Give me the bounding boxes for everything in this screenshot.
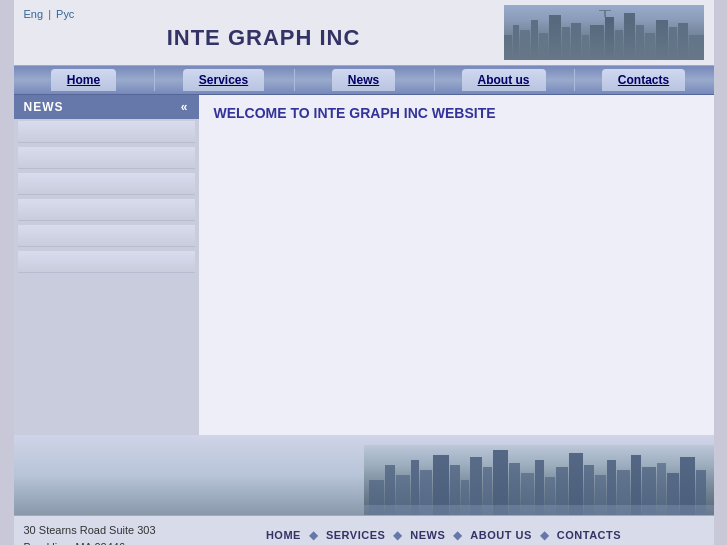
nav-news[interactable]: News — [294, 65, 434, 95]
svg-rect-10 — [590, 25, 604, 60]
content-area: NEWS « WELCOME TO INTE GRAPH INC WEBSITE — [14, 95, 714, 435]
footer-contacts-link[interactable]: CONTACTS — [557, 529, 621, 541]
sidebar-header: NEWS « — [14, 95, 199, 119]
sidebar-arrow: « — [181, 100, 189, 114]
svg-rect-14 — [636, 25, 644, 60]
sidebar-row — [18, 251, 195, 273]
sidebar-row — [18, 147, 195, 169]
address-line2: Brookline, MA 02446 — [24, 539, 184, 546]
svg-rect-7 — [562, 27, 570, 60]
sidebar-row — [18, 121, 195, 143]
footer-news-link[interactable]: NEWS — [410, 529, 445, 541]
svg-rect-8 — [571, 23, 581, 60]
svg-rect-19 — [689, 35, 704, 60]
lang-rus-link[interactable]: Рус — [56, 8, 74, 20]
svg-rect-16 — [656, 20, 668, 60]
sidebar-row — [18, 173, 195, 195]
welcome-title: WELCOME TO INTE GRAPH INC WEBSITE — [214, 105, 699, 121]
page-wrapper: Eng | Рус INTE GRAPH INC — [14, 0, 714, 545]
nav-services-link[interactable]: Services — [199, 73, 248, 87]
nav-services[interactable]: Services — [154, 65, 294, 95]
nav-contacts[interactable]: Contacts — [574, 65, 714, 95]
svg-rect-17 — [669, 27, 677, 60]
footer-city-image — [364, 445, 714, 515]
site-title: INTE GRAPH INC — [24, 15, 504, 51]
svg-rect-15 — [645, 33, 655, 60]
nav-home[interactable]: Home — [14, 65, 154, 95]
svg-rect-5 — [539, 33, 548, 60]
footer-about-link[interactable]: ABOUT US — [470, 529, 531, 541]
svg-rect-4 — [531, 20, 538, 60]
nav-about[interactable]: About us — [434, 65, 574, 95]
svg-rect-18 — [678, 23, 688, 60]
footer-image-area — [14, 435, 714, 515]
lang-links: Eng | Рус — [24, 8, 75, 20]
nav-home-link[interactable]: Home — [67, 73, 100, 87]
footer-dot: ◆ — [540, 528, 549, 542]
main-content: WELCOME TO INTE GRAPH INC WEBSITE — [199, 95, 714, 435]
sidebar: NEWS « — [14, 95, 199, 435]
sidebar-row — [18, 225, 195, 247]
svg-rect-2 — [513, 25, 519, 60]
footer-nav: 30 Stearns Road Suite 303 Brookline, MA … — [14, 515, 714, 545]
footer-dot: ◆ — [393, 528, 402, 542]
svg-rect-50 — [364, 505, 714, 515]
nav-news-link[interactable]: News — [348, 73, 379, 87]
footer-dot: ◆ — [453, 528, 462, 542]
svg-rect-12 — [615, 30, 623, 60]
svg-rect-21 — [599, 10, 611, 11]
nav-about-link[interactable]: About us — [478, 73, 530, 87]
footer-home-link[interactable]: HOME — [266, 529, 301, 541]
lang-eng-link[interactable]: Eng — [24, 8, 44, 20]
svg-rect-6 — [549, 15, 561, 60]
svg-rect-9 — [582, 35, 589, 60]
svg-rect-11 — [605, 17, 614, 60]
sidebar-row — [18, 199, 195, 221]
lang-separator: | — [48, 8, 51, 20]
svg-rect-3 — [520, 30, 530, 60]
footer-links: HOME ◆ SERVICES ◆ NEWS ◆ ABOUT US ◆ CONT… — [184, 522, 704, 542]
svg-rect-1 — [504, 35, 512, 60]
header-city-image — [504, 5, 704, 60]
nav-bar: Home Services News About us Contacts — [14, 65, 714, 95]
footer-dot: ◆ — [309, 528, 318, 542]
nav-contacts-link[interactable]: Contacts — [618, 73, 669, 87]
footer-address: 30 Stearns Road Suite 303 Brookline, MA … — [24, 522, 184, 545]
sidebar-label: NEWS — [24, 100, 64, 114]
footer-services-link[interactable]: SERVICES — [326, 529, 385, 541]
header: Eng | Рус INTE GRAPH INC — [14, 0, 714, 65]
svg-rect-20 — [604, 10, 606, 17]
address-line1: 30 Stearns Road Suite 303 — [24, 522, 184, 539]
sidebar-rows — [14, 119, 199, 275]
svg-rect-13 — [624, 13, 635, 60]
